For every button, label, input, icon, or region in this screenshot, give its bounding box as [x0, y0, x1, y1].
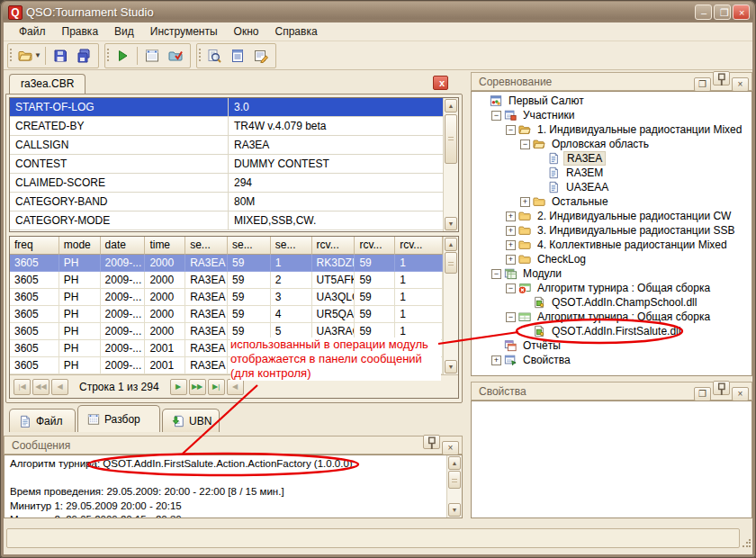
menu-item-4[interactable]: Окно: [226, 23, 267, 40]
tree-item[interactable]: +Свойства: [472, 353, 752, 367]
pin-button[interactable]: [713, 71, 730, 86]
scroll-down-icon[interactable]: ▼: [445, 360, 457, 374]
property-row[interactable]: CONTESTDUMMY CONTEST: [10, 155, 443, 174]
tree-item[interactable]: −Участники: [472, 108, 752, 122]
column-header[interactable]: rcv...: [395, 237, 443, 255]
expand-icon[interactable]: +: [506, 240, 516, 250]
view-tab-ubn[interactable]: UBN: [162, 409, 220, 432]
close-button[interactable]: ×: [733, 4, 750, 20]
check-folder-button[interactable]: [164, 45, 187, 67]
menu-item-0[interactable]: Файл: [11, 23, 54, 40]
propgrid-scrollbar[interactable]: ▲ ▼: [443, 98, 458, 231]
column-header[interactable]: se...: [185, 237, 228, 255]
column-header[interactable]: freq: [10, 237, 59, 255]
tree-item[interactable]: −Модули: [472, 266, 752, 281]
property-row[interactable]: CATEGORY-MODEMIXED,SSB,CW.: [10, 212, 443, 230]
column-header[interactable]: date: [101, 237, 146, 255]
save-all-button[interactable]: [72, 45, 95, 67]
maximize-button[interactable]: ❐: [714, 4, 731, 20]
table-row[interactable]: 3605PH2009-...2000RA3EA595UA3RAG591: [10, 323, 443, 340]
tree-item[interactable]: +3. Индивидуальные радиостанции SSB: [472, 223, 752, 238]
menu-item-5[interactable]: Справка: [267, 23, 326, 40]
maximize-button[interactable]: ❐: [694, 77, 711, 92]
tree-item[interactable]: −Орловская область: [472, 137, 752, 151]
document-tab[interactable]: ra3ea.CBR: [9, 74, 86, 94]
qsotable-scrollbar[interactable]: ▲ ▼: [443, 237, 458, 374]
tree-item[interactable]: −Алгоритм турнира : Общая сборка: [472, 310, 752, 324]
nav-button[interactable]: ◀: [227, 379, 244, 395]
close-button[interactable]: ×: [732, 77, 749, 92]
scrollbar-thumb[interactable]: [448, 471, 461, 489]
property-row[interactable]: CLAIMED-SCORE294: [10, 174, 443, 193]
table-row[interactable]: 3605PH2009-...2000RA3EA593UA3QLQ591: [10, 289, 443, 306]
column-header[interactable]: rcv...: [312, 237, 356, 255]
collapse-icon[interactable]: −: [506, 125, 516, 135]
menu-item-1[interactable]: Правка: [54, 23, 107, 40]
table-row[interactable]: 3605PH2009-...2001RA3EA59: [10, 340, 443, 357]
run-button[interactable]: [111, 45, 134, 67]
expand-icon[interactable]: +: [506, 255, 516, 265]
expand-icon[interactable]: +: [506, 226, 516, 236]
scroll-up-icon[interactable]: ▲: [445, 99, 457, 112]
close-button[interactable]: ×: [442, 441, 459, 455]
save-button[interactable]: [49, 45, 72, 67]
collapse-icon[interactable]: −: [520, 140, 530, 149]
collapse-icon[interactable]: −: [491, 269, 501, 279]
tree-item[interactable]: +4. Коллективные радиостанции Mixed: [472, 238, 752, 252]
edit-properties-button[interactable]: [249, 45, 273, 67]
table-row[interactable]: 3605PH2009-...2000RA3EA592UT5AFK591: [10, 272, 443, 289]
column-header[interactable]: mode: [59, 237, 101, 255]
nav-button[interactable]: ▶▶: [189, 379, 206, 395]
tree-item[interactable]: −1. Индивидуальные радиостанции Mixed: [472, 122, 752, 137]
view-tab-file[interactable]: Файл: [9, 409, 76, 432]
scroll-up-icon[interactable]: ▲: [448, 456, 461, 470]
column-header[interactable]: se...: [271, 237, 312, 255]
property-row[interactable]: CREATED-BYTR4W v.4.079 beta: [10, 117, 443, 136]
table-row[interactable]: 3605PH2009-...2001RA3EA59: [10, 357, 443, 374]
collapse-icon[interactable]: −: [506, 284, 516, 293]
column-header[interactable]: time: [145, 237, 185, 255]
pin-button[interactable]: [713, 381, 730, 395]
collapse-icon[interactable]: −: [506, 312, 516, 322]
nav-button[interactable]: |◀: [14, 379, 31, 395]
parse-calendar-button[interactable]: [140, 45, 164, 67]
nav-button[interactable]: ▶: [170, 379, 187, 395]
dropdown-caret-icon[interactable]: ▼: [33, 45, 42, 67]
expand-icon[interactable]: +: [491, 356, 501, 365]
tree-item[interactable]: QSOT.AddIn.ChampSchool.dll: [472, 295, 752, 310]
scroll-down-icon[interactable]: ▼: [448, 503, 461, 517]
table-row[interactable]: 3605PH2009-...2000RA3EA591RK3DZH591: [10, 255, 443, 272]
document-close-button[interactable]: x: [433, 76, 448, 90]
menu-item-2[interactable]: Вид: [106, 23, 142, 40]
tree-item[interactable]: +2. Индивидуальные радиостанции CW: [472, 209, 752, 223]
scrollbar-thumb[interactable]: [445, 252, 457, 274]
table-row[interactable]: 3605PH2009-...2000RA3EA594UR5QA591: [10, 306, 443, 323]
scroll-down-icon[interactable]: ▼: [445, 217, 457, 230]
tree-item[interactable]: Отчёты: [472, 338, 752, 353]
expand-icon[interactable]: +: [520, 197, 530, 207]
scroll-up-icon[interactable]: ▲: [445, 238, 457, 251]
property-row[interactable]: CATEGORY-BAND80M: [10, 193, 443, 212]
tree-item[interactable]: Первый Салют: [472, 94, 752, 108]
property-row[interactable]: START-OF-LOG3.0: [10, 98, 443, 117]
tree-item[interactable]: UA3EAA: [472, 180, 752, 194]
close-button[interactable]: ×: [732, 387, 749, 401]
messages-scrollbar[interactable]: ▲ ▼: [446, 455, 462, 518]
minimize-button[interactable]: –: [695, 4, 712, 20]
nav-button[interactable]: ◀: [51, 379, 68, 395]
column-header[interactable]: rcv...: [355, 237, 395, 255]
view-tab-parse[interactable]: Разбор: [77, 405, 160, 432]
tree-item[interactable]: −Алгоритм турнира : Общая сборка: [472, 281, 752, 295]
expand-icon[interactable]: +: [506, 212, 516, 221]
tree-item[interactable]: RA3EM: [472, 166, 752, 180]
menu-item-3[interactable]: Инструменты: [142, 23, 226, 40]
pin-button[interactable]: [423, 435, 440, 449]
nav-button[interactable]: ▶|: [208, 379, 225, 395]
maximize-button[interactable]: ❐: [694, 387, 711, 401]
report-doc-button[interactable]: [226, 45, 249, 67]
search-file-button[interactable]: [202, 45, 226, 67]
scrollbar-thumb[interactable]: [445, 114, 457, 164]
property-row[interactable]: CALLSIGNRA3EA: [10, 136, 443, 155]
nav-button[interactable]: ◀◀: [32, 379, 50, 395]
tree-item[interactable]: +CheckLog: [472, 252, 752, 266]
